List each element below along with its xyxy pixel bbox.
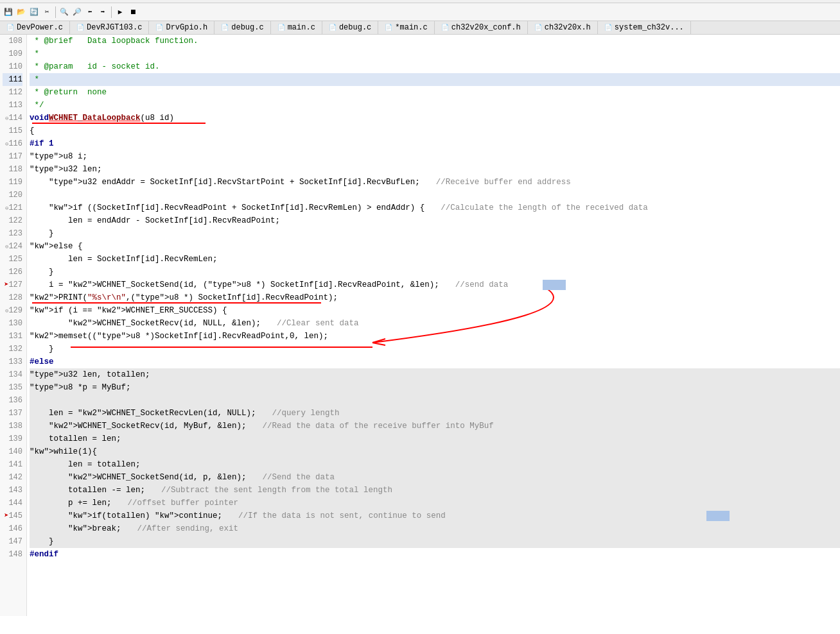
line-num-137: 137 <box>3 407 22 420</box>
code-line-127: i = "kw2">WCHNET_SocketSend(id, ("type">… <box>30 278 840 291</box>
tab-system-ch32v---[interactable]: 📄system_ch32v... <box>598 21 691 34</box>
line-num-112: 112 <box>3 86 22 99</box>
line-numbers: 108109110111112113⊖114115⊖11611711811912… <box>0 35 27 616</box>
line-num-144: 144 <box>3 497 22 510</box>
code-line-108: * @brief Data loopback function. <box>30 35 840 47</box>
line-num-124: ⊖124 <box>3 240 22 253</box>
line-num-130: 130 <box>3 317 22 330</box>
code-line-144: p += len;//offset buffer pointer <box>30 497 840 510</box>
line-num-110: 110 <box>3 60 22 73</box>
code-line-132: } <box>30 343 840 356</box>
tab-icon: 📄 <box>534 24 542 31</box>
code-line-121: "kw">if ((SocketInf[id].RecvReadPoint + … <box>30 201 840 214</box>
code-editor[interactable]: 108109110111112113⊖114115⊖11611711811912… <box>0 35 840 616</box>
code-line-128: "kw2">PRINT("%s\r\n",("type">u8 *) Socke… <box>30 291 840 304</box>
line-num-146: 146 <box>3 522 22 535</box>
tab-debug-c[interactable]: 📄debug.c <box>214 21 270 34</box>
tab-devpower-c[interactable]: 📄DevPower.c <box>0 21 70 34</box>
toolbar-icon-2[interactable]: 📂 <box>15 6 27 18</box>
tab-ch32v20x-conf-h[interactable]: 📄ch32v20x_conf.h <box>435 21 528 34</box>
code-line-130: "kw2">WCHNET_SocketRecv(id, NULL, &len);… <box>30 317 840 330</box>
line-num-140: 140 <box>3 445 22 458</box>
line-num-126: 126 <box>3 266 22 278</box>
line-num-123: 123 <box>3 227 22 240</box>
line-num-135: 135 <box>3 381 22 394</box>
code-content[interactable]: * @brief Data loopback function. * * @pa… <box>27 35 840 616</box>
code-line-110: * @param id - socket id. <box>30 60 840 73</box>
line-num-114: ⊖114 <box>3 112 22 124</box>
code-line-117: "type">u8 i; <box>30 150 840 163</box>
line-num-132: 132 <box>3 343 22 356</box>
code-line-122: len = endAddr - SocketInf[id].RecvReadPo… <box>30 214 840 227</box>
code-line-125: len = SocketInf[id].RecvRemLen; <box>30 253 840 266</box>
tab-icon: 📄 <box>385 24 392 31</box>
line-num-133: 133 <box>3 356 22 368</box>
code-line-114: void WCHNET_DataLoopback(u8 id) <box>30 112 840 124</box>
code-line-137: len = "kw2">WCHNET_SocketRecvLen(id, NUL… <box>30 407 840 420</box>
line-num-118: 118 <box>3 163 22 176</box>
line-num-141: 141 <box>3 458 22 471</box>
code-line-136 <box>30 394 840 407</box>
toolbar-icon-7[interactable]: ⬅ <box>84 6 96 18</box>
line-num-120: 120 <box>3 189 22 201</box>
code-line-120 <box>30 189 840 201</box>
line-num-108: 108 <box>3 35 22 47</box>
line-num-134: 134 <box>3 368 22 381</box>
code-line-116: #if 1 <box>30 137 840 150</box>
line-num-139: 139 <box>3 433 22 445</box>
code-line-140: "kw">while(1){ <box>30 445 840 458</box>
line-num-115: 115 <box>3 124 22 137</box>
tab-icon: 📄 <box>441 24 449 31</box>
line-num-145: ➤145 <box>3 510 22 522</box>
line-num-147: 147 <box>3 535 22 548</box>
line-num-116: ⊖116 <box>3 137 22 150</box>
tab-icon: 📄 <box>221 24 229 31</box>
code-line-139: totallen = len; <box>30 433 840 445</box>
tab-debug-c[interactable]: 📄debug.c <box>322 21 378 34</box>
code-line-113: */ <box>30 99 840 112</box>
code-line-134: "type">u32 len, totallen; <box>30 368 840 381</box>
line-num-113: 113 <box>3 99 22 112</box>
tab--main-c[interactable]: 📄*main.c <box>378 21 434 34</box>
toolbar-icon-8[interactable]: ➡ <box>97 6 109 18</box>
code-line-148: #endif <box>30 548 840 561</box>
tab-icon: 📄 <box>6 24 14 31</box>
code-line-118: "type">u32 len; <box>30 163 840 176</box>
code-line-138: "kw2">WCHNET_SocketRecv(id, MyBuf, &len)… <box>30 420 840 433</box>
toolbar-icon-1[interactable]: 💾 <box>3 6 14 18</box>
toolbar-sep-1 <box>55 6 56 18</box>
line-num-117: 117 <box>3 150 22 163</box>
tab-icon: 📄 <box>155 24 163 31</box>
tab-icon: 📄 <box>277 24 285 31</box>
line-num-125: 125 <box>3 253 22 266</box>
line-num-119: 119 <box>3 176 22 189</box>
code-line-112: * @return none <box>30 86 840 99</box>
code-line-133: #else <box>30 356 840 368</box>
tab-bar: 📄DevPower.c📄DevRJGT103.c📄DrvGpio.h📄debug… <box>0 21 840 35</box>
toolbar-icon-5[interactable]: 🔍 <box>58 6 70 18</box>
tab-drvgpio-h[interactable]: 📄DrvGpio.h <box>149 21 214 34</box>
toolbar-sep-2 <box>111 6 112 18</box>
line-num-122: 122 <box>3 214 22 227</box>
code-line-109: * <box>30 47 840 60</box>
toolbar-icon-9[interactable]: ▶ <box>114 6 126 18</box>
tab-icon: 📄 <box>604 24 612 31</box>
toolbar-icon-4[interactable]: ✂️ <box>41 6 53 18</box>
code-line-131: "kw2">memset(("type">u8 *)SocketInf[id].… <box>30 330 840 343</box>
tab-devrjgt103-c[interactable]: 📄DevRJGT103.c <box>70 21 149 34</box>
code-line-143: totallen -= len;//Subtract the sent leng… <box>30 484 840 497</box>
toolbar-icon-10[interactable]: ⏹ <box>127 6 139 18</box>
code-line-115: { <box>30 124 840 137</box>
code-line-126: } <box>30 266 840 278</box>
tab-icon: 📄 <box>76 24 84 31</box>
tab-icon: 📄 <box>329 24 337 31</box>
tab-main-c[interactable]: 📄main.c <box>271 21 322 34</box>
line-num-111: 111 <box>3 73 22 86</box>
line-num-148: 148 <box>3 548 22 561</box>
tab-ch32v20x-h[interactable]: 📄ch32v20x.h <box>528 21 598 34</box>
toolbar-icon-6[interactable]: 🔎 <box>71 6 83 18</box>
line-num-143: 143 <box>3 484 22 497</box>
code-line-129: "kw">if (i == "kw2">WCHNET_ERR_SUCCESS) … <box>30 304 840 317</box>
toolbar-icon-3[interactable]: 🔄 <box>28 6 40 18</box>
code-line-123: } <box>30 227 840 240</box>
